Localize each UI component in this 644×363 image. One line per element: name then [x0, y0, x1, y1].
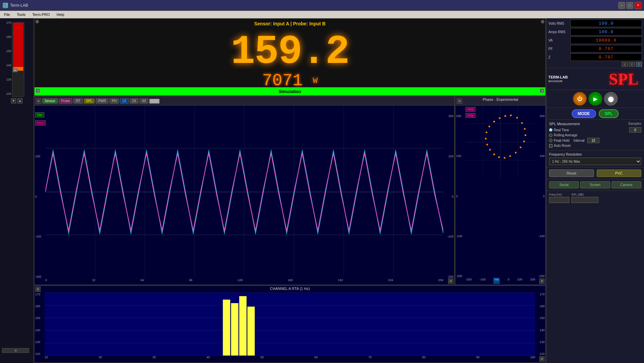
volts-rms-value: 100.0	[599, 21, 614, 26]
phase-panel: ⚙ Phase - Experimental 200 100 0 -100 -2…	[455, 96, 546, 285]
svg-point-32	[486, 132, 487, 133]
sim-icon-left[interactable]: ⚙	[36, 89, 40, 93]
svg-point-28	[493, 154, 495, 155]
menu-tools[interactable]: Tools	[14, 12, 28, 17]
z-display: 0.707	[570, 53, 642, 61]
va-value: 10000.0	[596, 38, 617, 43]
spl-button[interactable]: SPL	[599, 109, 619, 118]
num-1-btn[interactable]: 1	[622, 62, 628, 67]
svg-rect-45	[231, 303, 239, 356]
rta-x-labels: 10 20 30 40 50 60 70 80 90 100	[45, 356, 535, 362]
num-2-btn[interactable]: 2	[629, 62, 635, 67]
real-time-label: Real Time	[554, 128, 569, 132]
app-icon: 🔊	[3, 3, 8, 8]
svg-point-17	[510, 114, 512, 116]
minimize-button[interactable]: −	[618, 2, 625, 9]
camera-button[interactable]: Camera	[612, 181, 641, 188]
ch-vac-label: Vac	[35, 112, 44, 117]
center-area: Sensor: Input A | Probe: Input B 159.2 7…	[34, 18, 546, 363]
vu-down-btn[interactable]: ▼	[11, 98, 16, 104]
ctrl-power-btn[interactable]: ⏻	[573, 92, 587, 106]
amps-rms-display: 100.0	[570, 28, 642, 36]
tb-sensor[interactable]: Sensor	[42, 98, 58, 104]
power-section: Volts RMS 100.0 Amps RMS 100.0 VA 10000.…	[546, 18, 644, 68]
amps-rms-value: 100.0	[599, 29, 614, 35]
osc-row: ⚙ Sensor Probe RT SPL PWR PH 1X 2X 4X	[34, 96, 546, 285]
real-time-row: Real Time	[549, 127, 641, 133]
interval-input[interactable]	[587, 138, 599, 143]
titlebar: 🔊 Term-LAB − □ ✕	[0, 0, 644, 11]
close-button[interactable]: ✕	[635, 2, 641, 9]
num-3-btn[interactable]: 3	[636, 62, 642, 67]
svg-point-19	[521, 122, 523, 124]
corner-dot-tr	[541, 20, 544, 23]
pvc-button[interactable]: PVC	[597, 169, 642, 177]
spl-input[interactable]	[571, 197, 598, 203]
rta-corner-icon[interactable]: ⚙	[539, 356, 545, 362]
interval-label: Interval	[573, 139, 585, 142]
peak-hold-row: Peak Hold Interval	[549, 138, 641, 143]
svg-point-35	[499, 117, 500, 119]
menu-termpro[interactable]: Term-PRO	[29, 12, 52, 17]
tb-rt[interactable]: RT	[73, 98, 82, 104]
svg-point-27	[498, 156, 500, 158]
svg-point-34	[493, 121, 495, 122]
pf-label: PF	[548, 47, 570, 51]
svg-rect-46	[239, 296, 247, 356]
svg-point-33	[488, 126, 490, 127]
real-time-radio[interactable]	[549, 128, 552, 132]
osc-settings-icon[interactable]: ⚙	[36, 98, 41, 104]
osc-waveform-svg	[45, 106, 443, 278]
va-display: 10000.0	[570, 37, 642, 44]
auto-reset-checkbox[interactable]	[549, 144, 552, 148]
osc-x-labels: 0 32 64 96 128 160 192 224 256	[45, 278, 443, 284]
vu-settings-btn[interactable]: ⚙	[2, 348, 29, 353]
osc-corner-icon[interactable]: ⚙	[448, 278, 453, 284]
vu-red-bar	[13, 23, 23, 71]
screen-button[interactable]: Screen	[580, 181, 610, 188]
vu-label-130: 130	[3, 78, 11, 81]
social-button[interactable]: Social	[549, 181, 579, 188]
pf-row: PF 0.707	[548, 45, 642, 52]
z-row: Z 0.707	[548, 53, 642, 61]
freq-resolution-select[interactable]: 1 Hz - 256 Hz Max	[549, 158, 641, 165]
phase-settings-icon[interactable]: ⚙	[457, 98, 462, 104]
termlab-logo: TERM-LAB MAGNUM	[548, 75, 568, 83]
vu-meter-panel: 170 160 150 140 130 120 dB ▼ ▲ ⚙	[0, 18, 34, 363]
spl-measurement-section: SPL Measurement Samples Real Time Rollin…	[546, 120, 644, 151]
tb-pwr[interactable]: PWR	[96, 98, 108, 104]
tb-4x[interactable]: 4X	[140, 98, 148, 104]
phase-corner-icon[interactable]: ⚙	[539, 278, 545, 284]
ctrl-stop-btn[interactable]: ⬤	[604, 92, 618, 106]
tb-1x[interactable]: 1X	[120, 98, 129, 104]
corner-dot-tl	[35, 20, 39, 23]
rolling-avg-radio[interactable]	[549, 134, 552, 137]
maximize-button[interactable]: □	[626, 2, 633, 9]
freq-input[interactable]	[549, 197, 569, 203]
reset-button[interactable]: Reset	[549, 169, 594, 177]
mode-button[interactable]: MODE	[572, 109, 596, 118]
vu-up-btn[interactable]: ▲	[17, 98, 23, 104]
osc-panel: ⚙ Sensor Probe RT SPL PWR PH 1X 2X 4X	[34, 96, 455, 285]
svg-point-22	[523, 141, 525, 142]
menu-file[interactable]: File	[1, 12, 13, 17]
ctrl-play-btn[interactable]: ▶	[589, 92, 602, 106]
spl-display: SPL	[605, 70, 642, 88]
peak-hold-radio[interactable]	[549, 139, 552, 142]
samples-input[interactable]	[629, 127, 641, 133]
tb-2x[interactable]: 2X	[130, 98, 139, 104]
tb-spl[interactable]: SPL	[84, 98, 95, 104]
tb-probe[interactable]: Probe	[59, 98, 73, 104]
osc-toolbar: ⚙ Sensor Probe RT SPL PWR PH 1X 2X 4X	[34, 97, 454, 106]
spl-measure-label: SPL Measurement	[549, 122, 580, 126]
z-value: 0.707	[599, 55, 614, 60]
vu-label-120: 120	[3, 92, 11, 95]
tb-ph[interactable]: PH	[109, 98, 119, 104]
phase-canvas: 200 100 0 -100 -200 200 100 0 -100 -200	[455, 106, 545, 285]
amps-rms-label: Amps RMS	[548, 30, 570, 34]
rta-settings-icon[interactable]: ⚙	[35, 287, 41, 292]
svg-rect-44	[223, 300, 230, 356]
menu-help[interactable]: Help	[54, 12, 67, 17]
sim-icon-right[interactable]: ⚙	[540, 89, 544, 93]
freq-resolution-title: Frequency Resolution	[549, 153, 641, 156]
